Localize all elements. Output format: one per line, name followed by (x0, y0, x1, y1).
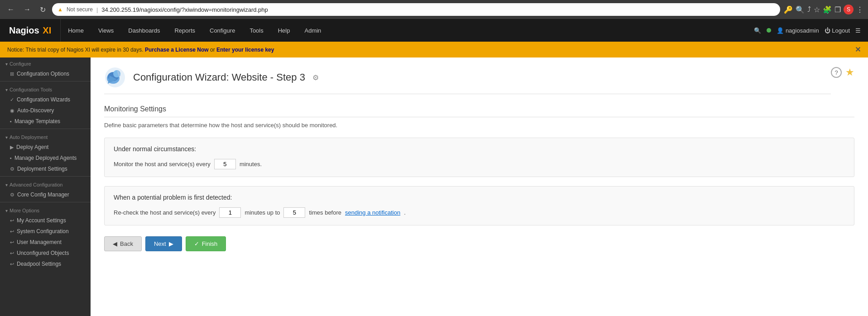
problem-recheck-field: Re-check the host and service(s) every m… (114, 207, 845, 218)
sidebar-item-my-account-settings[interactable]: ↩ My Account Settings (0, 215, 91, 226)
address-separator: | (96, 6, 98, 13)
nav-search-icon[interactable]: 🔍 (754, 27, 761, 34)
sidebar-item-core-config-manager[interactable]: ⚙ Core Config Manager (0, 189, 91, 200)
sidebar-divider-1 (0, 81, 91, 81)
sidebar-item-deadpool-settings[interactable]: ↩ Deadpool Settings (0, 259, 91, 269)
bookmark-icon[interactable]: ☆ (814, 5, 820, 14)
problem-times-input[interactable] (283, 207, 305, 218)
browser-chrome: ← → ↻ ▲ Not secure | 34.200.255.19/nagio… (0, 0, 868, 19)
sidebar-item-config-wizards[interactable]: ✓ Configuration Wizards (0, 94, 91, 105)
address-bar[interactable]: ▲ Not secure | 34.200.255.19/nagiosxi/co… (52, 3, 780, 16)
nav-configure[interactable]: Configure (202, 19, 242, 42)
finish-label: Finish (202, 240, 218, 247)
next-button[interactable]: Next ▶ (145, 236, 182, 251)
back-button[interactable]: ◀ Back (104, 236, 142, 251)
advanced-config-section-label: Advanced Configuration (10, 182, 62, 187)
problem-interval-input[interactable] (219, 207, 241, 218)
nav-admin[interactable]: Admin (297, 19, 328, 42)
nagios-xi-text: XI (43, 25, 51, 36)
config-wizards-icon: ✓ (10, 97, 14, 103)
not-secure-label: Not secure (67, 6, 93, 13)
user-management-label: User Management (17, 239, 62, 245)
core-config-manager-icon: ⚙ (10, 192, 14, 198)
sidebar-section-more-options[interactable]: ▾ More Options (0, 204, 91, 215)
my-account-settings-icon: ↩ (10, 218, 14, 224)
next-arrow-icon: ▶ (169, 240, 173, 247)
sidebar-item-configuration-options[interactable]: ⊞ Configuration Options (0, 68, 91, 79)
sidebar-section-auto-deployment[interactable]: ▾ Auto Deployment (0, 131, 91, 142)
reload-button[interactable]: ↻ (37, 4, 48, 16)
nav-items: Home Views Dashboards Reports Configure … (61, 19, 754, 42)
normal-circumstances-group: Under normal circumstances: Monitor the … (104, 138, 854, 177)
nav-help[interactable]: Help (271, 19, 297, 42)
sidebar-item-user-management[interactable]: ↩ User Management (0, 237, 91, 248)
normal-interval-field: Monitor the host and service(s) every mi… (114, 159, 845, 169)
normal-interval-input[interactable] (214, 159, 236, 169)
configure-section-label: Configure (10, 61, 31, 67)
status-indicator (767, 28, 771, 33)
url-text: 34.200.255.19/nagiosxi/config/?xiwindow=… (101, 6, 268, 13)
manage-deployed-agents-label: Manage Deployed Agents (14, 155, 77, 161)
nav-home[interactable]: Home (61, 19, 91, 42)
manage-templates-label: Manage Templates (14, 118, 60, 124)
favorite-icon[interactable]: ★ (845, 67, 854, 78)
sidebar-item-system-configuration[interactable]: ↩ System Configuration (0, 226, 91, 237)
normal-group-title: Under normal circumstances: (114, 145, 845, 153)
monitoring-settings-title: Monitoring Settings (104, 105, 854, 113)
nav-reports[interactable]: Reports (167, 19, 202, 42)
problem-group-title: When a potential problem is first detect… (114, 194, 845, 201)
auto-deploy-arrow-icon: ▾ (5, 135, 8, 140)
system-configuration-icon: ↩ (10, 229, 14, 235)
deployment-settings-icon: ⚙ (10, 166, 14, 172)
configuration-options-icon: ⊞ (10, 71, 14, 77)
browser-menu-icon[interactable]: ⋮ (856, 5, 863, 14)
content-header-actions: ? ★ (831, 67, 854, 78)
sending-notification-link[interactable]: sending a notification (345, 209, 400, 216)
help-icon[interactable]: ? (831, 67, 842, 78)
sidebar-item-deployment-settings[interactable]: ⚙ Deployment Settings (0, 163, 91, 174)
sidebar-item-deploy-agent[interactable]: ▶ Deploy Agent (0, 142, 91, 153)
key-icon[interactable]: 🔑 (784, 5, 793, 14)
main-layout: ▾ Configure ⊞ Configuration Options ▾ Co… (0, 57, 868, 316)
browser-actions: 🔑 🔍 ⤴ ☆ 🧩 ❐ S ⋮ (784, 5, 863, 14)
nav-tools[interactable]: Tools (242, 19, 270, 42)
back-button[interactable]: ← (5, 4, 17, 15)
browser-search-icon[interactable]: 🔍 (796, 5, 805, 14)
alert-close-button[interactable]: ✕ (855, 45, 861, 54)
sidebar-item-unconfigured-objects[interactable]: ↩ Unconfigured Objects (0, 248, 91, 259)
problem-field-prefix: Re-check the host and service(s) every (114, 209, 216, 216)
sidebar-item-manage-deployed-agents[interactable]: ▪ Manage Deployed Agents (0, 153, 91, 163)
nav-logout[interactable]: ⏻ Logout (825, 27, 850, 34)
section-description: Define basic parameters that determine h… (104, 122, 854, 129)
more-options-arrow-icon: ▾ (5, 208, 8, 213)
finish-button[interactable]: ✓ Finish (186, 236, 226, 251)
share-icon[interactable]: ⤴ (807, 5, 811, 14)
content-area: ? ★ Configuration Wizard: Website - Step… (91, 57, 868, 316)
page-header: Configuration Wizard: Website - Step 3 ⚙ (104, 67, 831, 94)
back-arrow-icon: ◀ (113, 240, 117, 247)
extensions-icon[interactable]: 🧩 (823, 5, 832, 14)
alert-purchase-link[interactable]: Purchase a License Now (145, 47, 209, 53)
wizard-gear-icon[interactable]: ⚙ (312, 73, 319, 82)
nav-views[interactable]: Views (91, 19, 121, 42)
user-avatar[interactable]: S (844, 5, 854, 14)
advanced-config-arrow-icon: ▾ (5, 182, 8, 187)
window-icon[interactable]: ❐ (834, 5, 841, 14)
top-nav: Nagios XI Home Views Dashboards Reports … (0, 19, 868, 42)
core-config-manager-label: Core Config Manager (17, 192, 69, 198)
sidebar-section-advanced-config[interactable]: ▾ Advanced Configuration (0, 178, 91, 189)
next-label: Next (154, 240, 166, 247)
configuration-options-label: Configuration Options (17, 71, 69, 77)
hamburger-icon[interactable]: ☰ (855, 27, 861, 34)
alert-license-link[interactable]: Enter your license key (216, 47, 274, 53)
sidebar-divider-3 (0, 176, 91, 177)
sidebar-item-auto-discovery[interactable]: ◉ Auto-Discovery (0, 105, 91, 116)
finish-check-icon: ✓ (194, 240, 199, 247)
sidebar-section-configure[interactable]: ▾ Configure (0, 57, 91, 68)
forward-button[interactable]: → (21, 4, 34, 15)
sidebar-section-config-tools[interactable]: ▾ Configuration Tools (0, 83, 91, 94)
sidebar-item-manage-templates[interactable]: ▪ Manage Templates (0, 116, 91, 127)
nav-user-label[interactable]: 👤 nagiosadmin (777, 27, 819, 34)
sidebar-divider-2 (0, 129, 91, 129)
nav-dashboards[interactable]: Dashboards (121, 19, 167, 42)
